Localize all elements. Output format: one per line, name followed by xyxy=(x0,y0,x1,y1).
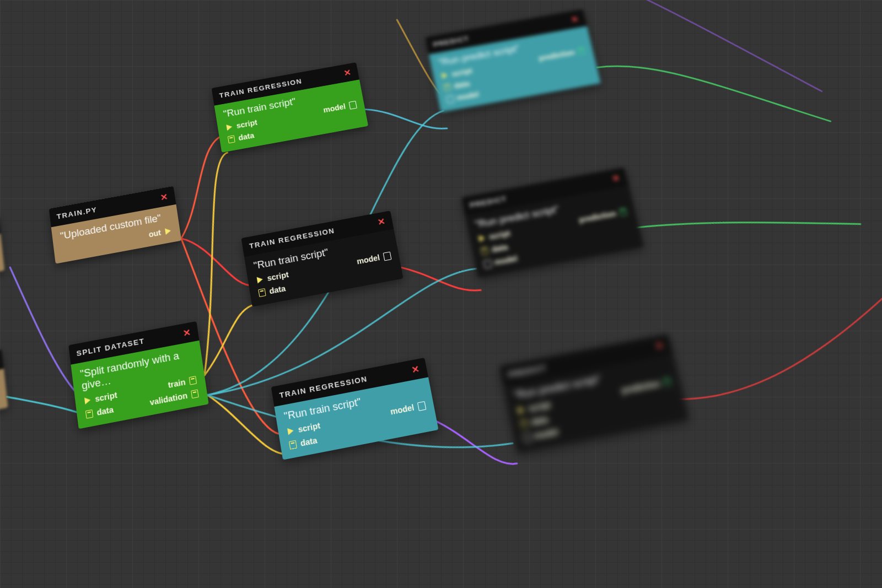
port-script[interactable]: script xyxy=(517,400,553,416)
play-icon xyxy=(83,396,92,405)
port-data[interactable]: data xyxy=(288,435,324,450)
port-script[interactable]: script xyxy=(440,66,475,80)
file-icon xyxy=(480,246,490,255)
port-script[interactable]: script xyxy=(286,421,321,436)
document-icon xyxy=(522,433,532,442)
node-title: TRAIN.PY xyxy=(56,206,98,221)
document-icon xyxy=(383,252,392,261)
port-model[interactable]: model xyxy=(482,254,518,269)
port-script[interactable]: script xyxy=(477,229,513,244)
node-predict-1[interactable]: PREDICT ✕ "Run predict script" script da… xyxy=(425,9,600,112)
file-icon xyxy=(190,389,200,398)
file-icon xyxy=(257,288,266,297)
port-validation[interactable]: validation xyxy=(149,389,200,407)
port-data[interactable]: data xyxy=(480,241,515,256)
close-icon[interactable]: ✕ xyxy=(343,67,352,78)
close-icon[interactable]: ✕ xyxy=(182,327,192,339)
file-icon xyxy=(227,135,236,143)
node-partial-top-left[interactable]: ✕ …dation script" out xyxy=(0,215,4,293)
close-icon[interactable]: ✕ xyxy=(611,172,621,184)
port-data[interactable]: data xyxy=(227,130,260,144)
port-train[interactable]: train xyxy=(168,375,198,390)
node-train-regression-1[interactable]: TRAIN REGRESSION ✕ "Run train script" sc… xyxy=(212,62,368,153)
node-trainpy[interactable]: TRAIN.PY ✕ "Uploaded custom file" out xyxy=(49,186,182,264)
grid-canvas[interactable]: ✕ …dation script" out ✕ …gnostic Bre… a xyxy=(0,0,882,588)
document-icon xyxy=(417,401,426,411)
port-model[interactable]: model xyxy=(522,427,559,443)
play-icon xyxy=(225,123,234,131)
file-icon xyxy=(189,376,198,385)
play-icon xyxy=(440,71,449,79)
node-predict-3[interactable]: PREDICT ✕ "Run predict script" script da… xyxy=(499,334,689,452)
document-icon xyxy=(483,260,492,268)
port-data[interactable]: data xyxy=(257,283,292,298)
node-train-regression-2[interactable]: TRAIN REGRESSION ✕ "Run train script" sc… xyxy=(241,211,404,307)
close-icon[interactable]: ✕ xyxy=(654,340,665,352)
file-icon xyxy=(619,208,628,217)
port-script[interactable]: script xyxy=(255,270,289,285)
play-icon xyxy=(286,427,295,436)
node-predict-2[interactable]: PREDICT ✕ "Run predict script" script da… xyxy=(461,168,643,278)
port-script[interactable]: script xyxy=(225,118,258,132)
document-icon xyxy=(445,95,454,104)
play-icon xyxy=(255,275,264,284)
close-icon[interactable]: ✕ xyxy=(570,14,580,25)
file-icon xyxy=(577,47,585,55)
port-data[interactable]: data xyxy=(519,413,556,429)
close-icon[interactable]: ✕ xyxy=(159,192,169,203)
port-out[interactable]: out xyxy=(148,226,173,239)
file-icon xyxy=(85,409,94,419)
file-icon xyxy=(519,419,529,428)
node-title: PREDICT xyxy=(433,35,470,48)
node-partial-bottom-left[interactable]: ✕ …gnostic Bre… a xyxy=(0,349,8,430)
play-icon xyxy=(477,234,487,242)
port-model[interactable]: model xyxy=(356,251,392,266)
close-icon[interactable]: ✕ xyxy=(377,216,386,228)
document-icon xyxy=(348,101,357,109)
port-model[interactable]: model xyxy=(390,401,427,417)
node-split-dataset[interactable]: SPLIT DATASET ✕ "Split randomly with a g… xyxy=(68,321,209,429)
port-script[interactable]: script xyxy=(83,390,118,406)
file-icon xyxy=(662,377,672,387)
node-graph-scene: ✕ …dation script" out ✕ …gnostic Bre… a xyxy=(0,0,882,588)
port-model[interactable]: model xyxy=(322,100,357,114)
node-title: PREDICT xyxy=(469,195,508,209)
node-train-regression-3[interactable]: TRAIN REGRESSION ✕ "Run train script" sc… xyxy=(271,358,439,460)
port-data[interactable]: data xyxy=(85,404,120,419)
file-icon xyxy=(288,440,298,450)
close-icon[interactable]: ✕ xyxy=(410,363,421,375)
port-model[interactable]: model xyxy=(445,90,480,104)
play-icon xyxy=(164,226,173,235)
file-icon xyxy=(443,83,451,91)
play-icon xyxy=(517,406,526,415)
node-title: PREDICT xyxy=(508,363,547,379)
port-data[interactable]: data xyxy=(443,78,477,92)
